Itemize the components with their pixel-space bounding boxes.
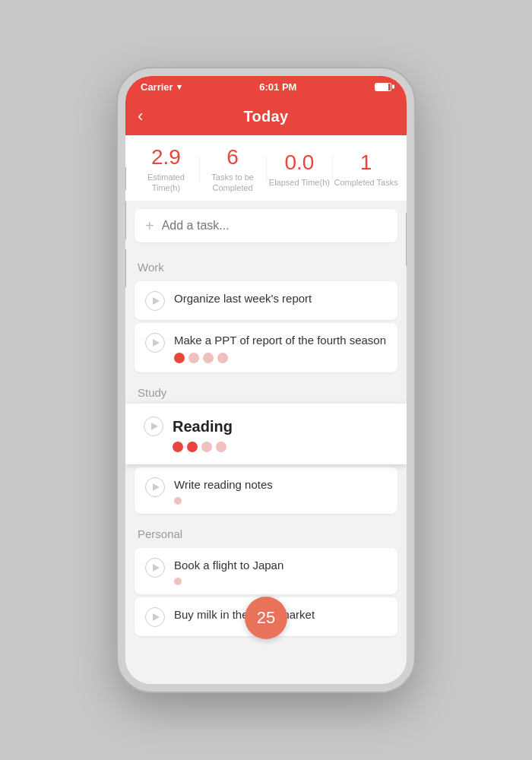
task-title: Make a PPT of report of the fourth seaso…	[174, 332, 387, 348]
back-button[interactable]: ‹	[138, 106, 143, 126]
status-bar-right	[375, 83, 391, 91]
tomato-dot-filled	[173, 442, 183, 452]
play-button[interactable]	[144, 416, 163, 436]
task-content: Organize last week's report	[174, 290, 387, 306]
task-item[interactable]: Organize last week's report	[135, 281, 397, 320]
task-title: Organize last week's report	[174, 290, 387, 306]
wifi-icon: ▾	[177, 82, 182, 92]
stat-elapsed-time: 0.0 Elapsed Time(h)	[267, 151, 333, 188]
task-content: Reading	[173, 416, 391, 452]
tomato-dot-empty	[203, 353, 214, 363]
tomato-dot-empty	[174, 578, 182, 585]
add-task-plus-icon: +	[145, 218, 154, 233]
tomato-dot-filled	[174, 353, 185, 363]
time-label: 6:01 PM	[259, 81, 296, 93]
completed-value: 1	[360, 151, 372, 175]
stat-tasks: 6 Tasks to be Completed	[200, 146, 266, 193]
tomato-dots	[174, 353, 387, 363]
task-item[interactable]: Book a flight to Japan	[135, 548, 397, 594]
add-task-input[interactable]	[162, 219, 387, 233]
floating-badge[interactable]: 25	[245, 597, 287, 639]
status-bar: Carrier ▾ 6:01 PM	[125, 76, 407, 97]
task-content: Write reading notes	[174, 477, 387, 505]
section-personal: Personal	[125, 517, 407, 545]
page-title: Today	[244, 108, 289, 125]
add-task-container[interactable]: +	[135, 209, 397, 242]
elapsed-time-label: Elapsed Time(h)	[269, 177, 330, 188]
tomato-dot-empty	[216, 442, 226, 452]
tomato-dot-empty	[188, 353, 199, 363]
carrier-label: Carrier	[141, 81, 173, 93]
task-item-reading-highlighted[interactable]: Reading	[125, 404, 407, 464]
stat-estimated-time: 2.9 Estimated Time(h)	[133, 146, 199, 193]
task-content: Book a flight to Japan	[174, 557, 387, 585]
status-bar-left: Carrier ▾	[141, 81, 182, 93]
play-button[interactable]	[145, 558, 165, 578]
tasks-label: Tasks to be Completed	[200, 172, 266, 194]
elapsed-time-value: 0.0	[284, 151, 314, 175]
phone-frame: Carrier ▾ 6:01 PM ‹ Today 2.9 Estimated …	[118, 68, 414, 692]
task-content: Make a PPT of report of the fourth seaso…	[174, 332, 387, 363]
tomato-dots	[173, 442, 391, 452]
task-item[interactable]: Make a PPT of report of the fourth seaso…	[135, 323, 397, 372]
battery-icon	[375, 83, 391, 91]
tomato-dot-filled	[187, 442, 198, 452]
estimated-time-value: 2.9	[151, 146, 181, 169]
section-work: Work	[125, 250, 407, 278]
content-area: + Work Organize last week's report Make …	[125, 201, 407, 692]
task-title-reading: Reading	[173, 416, 391, 437]
header: ‹ Today	[125, 97, 407, 135]
play-button[interactable]	[145, 291, 165, 311]
task-title: Book a flight to Japan	[174, 557, 387, 573]
tomato-dot-empty	[174, 497, 182, 505]
task-item[interactable]: Write reading notes	[135, 467, 397, 514]
completed-label: Completed Tasks	[334, 177, 398, 188]
play-button[interactable]	[145, 477, 165, 497]
tomato-dot-empty	[217, 353, 228, 363]
tomato-dots	[174, 578, 387, 585]
tasks-value: 6	[226, 146, 239, 169]
play-button[interactable]	[145, 333, 165, 353]
stat-completed: 1 Completed Tasks	[333, 151, 399, 188]
play-button[interactable]	[145, 607, 165, 627]
estimated-time-label: Estimated Time(h)	[133, 172, 199, 194]
tomato-dots	[174, 497, 387, 505]
stats-bar: 2.9 Estimated Time(h) 6 Tasks to be Comp…	[125, 135, 407, 201]
tomato-dot-empty	[201, 442, 212, 452]
task-title: Write reading notes	[174, 477, 387, 492]
section-study: Study	[125, 375, 407, 404]
